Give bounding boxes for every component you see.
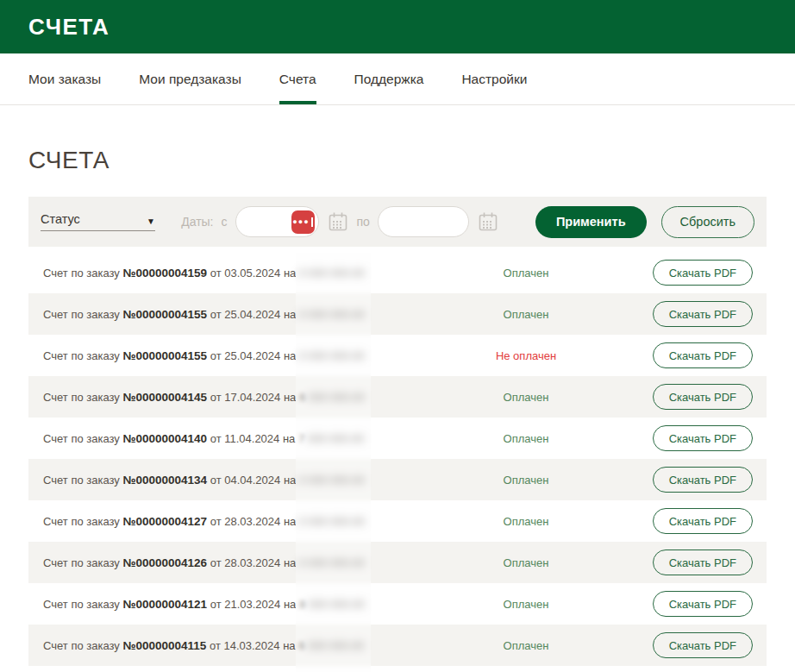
tab-my-preorders[interactable]: Мои предзаказы [139,53,241,104]
invoice-text-prefix: Счет по заказу [43,474,122,487]
invoice-amount-blurred: 0 000 000.00 [299,267,365,279]
invoice-number: №00000004115 [122,639,206,652]
invoice-date-amount: от 17.04.2024 на 6 [210,391,305,404]
dates-label: Даты: [181,215,213,229]
date-from-input[interactable] [247,215,291,229]
tab-invoices[interactable]: Счета [279,53,316,104]
download-pdf-button[interactable]: Скачать PDF [653,301,753,327]
invoice-description: Счет по заказу №00000004115 от 14.03.202… [43,639,448,652]
invoice-status: Оплачен [448,598,604,611]
download-pdf-button[interactable]: Скачать PDF [653,550,753,575]
invoice-amount-blurred: 000 000.00 [308,639,364,652]
invoice-status: Оплачен [448,639,604,652]
invoice-number: №00000004159 [122,267,207,279]
filter-bar: Статус ▼ Даты: с ●●● [28,197,767,247]
download-pdf-button[interactable]: Скачать PDF [653,260,753,286]
invoice-status: Не оплачен [448,349,604,362]
invoice-status: Оплачен [448,515,604,528]
invoice-date-amount: от 11.04.2024 на 7 [210,432,304,445]
nav-tabs: Мои заказы Мои предзаказы Счета Поддержк… [0,53,795,105]
password-autofill-icon[interactable]: ●●● [291,210,315,234]
invoice-status: Оплачен [448,308,604,321]
invoice-row: Счет по заказу №00000004121 от 21.03.202… [28,583,767,625]
invoice-description: Счет по заказу №00000004126 от 28.03.202… [43,556,448,569]
invoice-text-prefix: Счет по заказу [43,267,122,279]
invoice-row: Счет по заказу №00000004127 от 28.03.202… [28,500,767,542]
invoice-rows: Счет по заказу №00000004159 от 03.05.202… [28,252,767,666]
tab-my-orders[interactable]: Мои заказы [28,53,101,104]
invoice-status: Оплачен [448,432,604,445]
invoice-amount-blurred: 0 000 000.00 [299,474,365,487]
invoice-number: №00000004155 [122,308,207,321]
invoice-text-prefix: Счет по заказу [43,349,122,362]
invoice-row: Счет по заказу №00000004155 от 25.04.202… [28,335,767,376]
invoice-date-amount: от 21.03.2024 на 8 [210,598,305,611]
status-filter-label: Статус [41,212,80,226]
calendar-icon[interactable] [327,210,349,233]
date-filters: Даты: с ●●● [181,206,499,237]
invoice-row: Счет по заказу №00000004115 от 14.03.202… [28,625,767,666]
calendar-icon[interactable] [477,210,499,233]
invoice-status: Оплачен [448,474,604,487]
invoice-date-amount: от 14.03.2024 на 6 [210,639,304,652]
invoice-description: Счет по заказу №00000004127 от 28.03.202… [43,515,448,528]
tab-settings[interactable]: Настройки [461,53,527,104]
invoice-row: Счет по заказу №00000004159 от 03.05.202… [28,252,767,293]
apply-button[interactable]: Применить [535,206,647,238]
date-from-field[interactable]: ●●● [235,206,319,237]
invoice-amount-blurred: 0 000 000.00 [299,349,365,362]
invoice-amount-blurred: 000 000.00 [308,432,364,445]
app-header-title: СЧЕТА [28,14,110,41]
download-pdf-button[interactable]: Скачать PDF [653,508,753,534]
invoice-number: №00000004134 [122,474,207,487]
date-to-field[interactable] [378,206,469,237]
invoice-number: №00000004121 [122,598,207,611]
invoice-status: Оплачен [448,556,604,569]
invoice-amount-blurred: 000 000.00 [309,391,365,404]
app-header: СЧЕТА [0,0,795,53]
invoice-number: №00000004140 [122,432,207,445]
invoice-number: №00000004127 [122,515,207,528]
invoice-date-amount: от 03.05.2024 на [210,267,299,279]
download-pdf-button[interactable]: Скачать PDF [653,467,753,493]
invoice-date-amount: от 25.04.2024 на [210,349,299,362]
status-filter-select[interactable]: Статус ▼ [41,212,155,231]
invoice-description: Счет по заказу №00000004140 от 11.04.202… [43,432,448,445]
invoice-text-prefix: Счет по заказу [43,391,122,404]
invoice-description: Счет по заказу №00000004145 от 17.04.202… [43,391,448,404]
page-title: СЧЕТА [28,147,767,174]
invoice-text-prefix: Счет по заказу [43,515,122,528]
invoice-amount-blurred: 0 000 000.00 [299,515,365,528]
invoice-status: Оплачен [448,267,604,279]
download-pdf-button[interactable]: Скачать PDF [653,425,753,451]
invoice-amount-blurred: 0 000 000.00 [299,308,365,321]
date-to-label: по [357,215,370,229]
invoice-amount-blurred: 000 000.00 [309,598,365,611]
invoice-text-prefix: Счет по заказу [43,432,122,445]
date-to-input[interactable] [389,215,465,229]
reset-button[interactable]: Сбросить [661,206,754,238]
invoice-row: Счет по заказу №00000004126 от 28.03.202… [28,542,767,583]
invoice-description: Счет по заказу №00000004134 от 04.04.202… [43,474,448,487]
invoice-row: Счет по заказу №00000004155 от 25.04.202… [28,293,767,335]
invoice-status: Оплачен [448,391,604,404]
invoice-description: Счет по заказу №00000004155 от 25.04.202… [43,308,448,321]
invoice-text-prefix: Счет по заказу [43,598,122,611]
invoice-date-amount: от 28.03.2024 на [210,515,299,528]
invoice-text-prefix: Счет по заказу [43,639,122,652]
invoice-row: Счет по заказу №00000004134 от 04.04.202… [28,459,767,500]
invoice-number: №00000004155 [122,349,207,362]
download-pdf-button[interactable]: Скачать PDF [653,591,753,617]
invoice-description: Счет по заказу №00000004121 от 21.03.202… [43,598,448,611]
invoice-number: №00000004145 [122,391,207,404]
invoice-text-prefix: Счет по заказу [43,556,122,569]
download-pdf-button[interactable]: Скачать PDF [653,632,753,658]
invoice-description: Счет по заказу №00000004155 от 25.04.202… [43,349,448,362]
invoice-date-amount: от 25.04.2024 на [210,308,299,321]
invoice-text-prefix: Счет по заказу [43,308,122,321]
download-pdf-button[interactable]: Скачать PDF [653,384,753,410]
main-content: СЧЕТА Статус ▼ Даты: с ●●● [0,147,795,666]
invoice-date-amount: от 28.03.2024 на [210,556,299,569]
download-pdf-button[interactable]: Скачать PDF [653,342,753,368]
tab-support[interactable]: Поддержка [354,53,424,104]
